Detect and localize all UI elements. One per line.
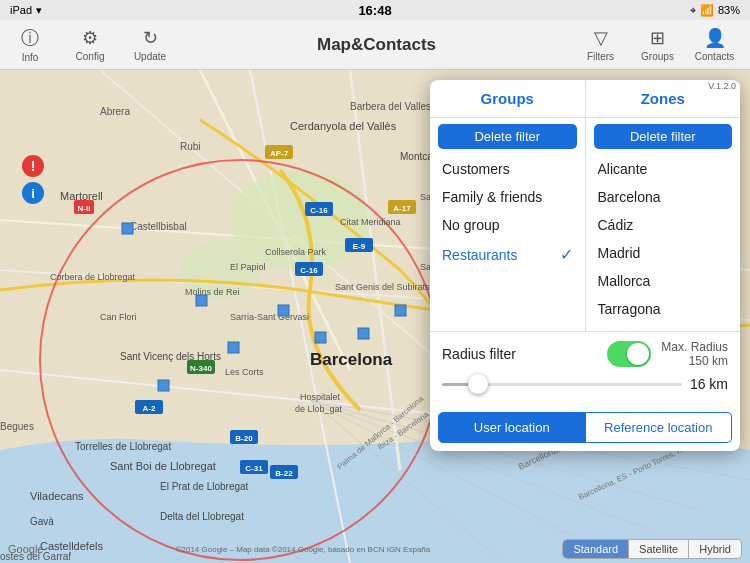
radius-value: 16 km xyxy=(690,376,728,392)
zone-item-mallorca[interactable]: Mallorca xyxy=(586,267,741,295)
contacts-label: Contacts xyxy=(695,51,734,62)
svg-rect-79 xyxy=(122,223,133,234)
group-item-restaurants[interactable]: Restaurants ✓ xyxy=(430,239,585,270)
filter-popup: Groups Zones Delete filter Customers Fam… xyxy=(430,80,740,451)
zone-item-tarragona[interactable]: Tarragona xyxy=(586,295,741,323)
svg-text:Abrera: Abrera xyxy=(100,106,130,117)
svg-text:B-22: B-22 xyxy=(275,469,293,478)
svg-text:Les Corts: Les Corts xyxy=(225,367,264,377)
info-button[interactable]: ⓘ Info xyxy=(0,20,60,70)
svg-text:C-16: C-16 xyxy=(300,266,318,275)
svg-text:N-340: N-340 xyxy=(190,364,212,373)
config-button[interactable]: ⚙ Config xyxy=(60,20,120,70)
alert-marker[interactable]: ! xyxy=(22,155,44,177)
filters-button[interactable]: ▽ Filters xyxy=(573,20,628,70)
zones-column: Delete filter Alicante Barcelona Cádiz M… xyxy=(586,118,741,331)
radius-toggle[interactable] xyxy=(607,341,651,367)
info-icon: ⓘ xyxy=(21,26,39,50)
bluetooth-icon: ⌖ xyxy=(690,4,696,17)
svg-text:Hospitalet: Hospitalet xyxy=(300,392,341,402)
radius-filter-label: Radius filter xyxy=(442,346,597,362)
svg-text:Can Flori: Can Flori xyxy=(100,312,137,322)
zone-item-cadiz[interactable]: Cádiz xyxy=(586,211,741,239)
max-radius-label: Max. Radius xyxy=(661,340,728,354)
groups-icon: ⊞ xyxy=(650,27,665,49)
selected-checkmark: ✓ xyxy=(560,245,573,264)
svg-text:Sant Boi de Llobregat: Sant Boi de Llobregat xyxy=(110,460,216,472)
svg-text:Cerdanyola del Vallès: Cerdanyola del Vallès xyxy=(290,120,397,132)
zone-item-madrid[interactable]: Madrid xyxy=(586,239,741,267)
group-item-nogroup[interactable]: No group xyxy=(430,211,585,239)
update-button[interactable]: ↻ Update xyxy=(120,20,180,70)
svg-rect-85 xyxy=(358,328,369,339)
svg-rect-81 xyxy=(158,380,169,391)
info-label: Info xyxy=(22,52,39,63)
time-label: 16:48 xyxy=(358,3,391,18)
google-logo: Google xyxy=(8,543,43,555)
reference-location-button[interactable]: Reference location xyxy=(586,412,733,443)
popup-tabs: Groups Zones xyxy=(430,80,740,118)
zone-item-alicante[interactable]: Alicante xyxy=(586,155,741,183)
svg-text:Viladecans: Viladecans xyxy=(30,490,84,502)
radius-slider[interactable] xyxy=(442,374,682,394)
svg-rect-83 xyxy=(278,305,289,316)
svg-rect-84 xyxy=(315,332,326,343)
wifi-signal-icon: 📶 xyxy=(700,4,714,17)
tab-groups[interactable]: Groups xyxy=(430,80,585,117)
group-item-customers[interactable]: Customers xyxy=(430,155,585,183)
update-label: Update xyxy=(134,51,166,62)
wifi-icon: ▾ xyxy=(36,4,42,17)
svg-text:Begues: Begues xyxy=(0,421,34,432)
popup-content: Delete filter Customers Family & friends… xyxy=(430,118,740,331)
standard-btn[interactable]: Standard xyxy=(563,540,629,558)
svg-text:E-9: E-9 xyxy=(353,242,366,251)
svg-text:Sant Genis del Subirats: Sant Genis del Subirats xyxy=(335,282,430,292)
svg-text:C-31: C-31 xyxy=(245,464,263,473)
svg-rect-80 xyxy=(196,295,207,306)
config-label: Config xyxy=(76,51,105,62)
satellite-btn[interactable]: Satellite xyxy=(629,540,689,558)
map-type-selector: Standard Satellite Hybrid xyxy=(562,539,742,559)
battery-label: 83% xyxy=(718,4,740,16)
hybrid-btn[interactable]: Hybrid xyxy=(689,540,741,558)
svg-text:Corbera de Llobregat: Corbera de Llobregat xyxy=(50,272,136,282)
svg-text:Barcelona: Barcelona xyxy=(310,350,393,369)
groups-button[interactable]: ⊞ Groups xyxy=(630,20,685,70)
svg-text:N-II: N-II xyxy=(78,204,91,213)
svg-text:Citat Meridiana: Citat Meridiana xyxy=(340,217,401,227)
user-location-button[interactable]: User location xyxy=(438,412,586,443)
version-badge: V.1.2.0 xyxy=(704,80,740,92)
svg-text:B-20: B-20 xyxy=(235,434,253,443)
svg-text:Rubi: Rubi xyxy=(180,141,201,152)
svg-text:Gavà: Gavà xyxy=(30,516,54,527)
config-icon: ⚙ xyxy=(82,27,98,49)
svg-text:Molins de Rei: Molins de Rei xyxy=(185,287,240,297)
contacts-button[interactable]: 👤 Contacts xyxy=(687,20,742,70)
svg-rect-82 xyxy=(228,342,239,353)
delete-filter-zones-button[interactable]: Delete filter xyxy=(594,124,733,149)
map-bottom-bar: Google ©2014 Google – Map data ©2014 Goo… xyxy=(0,535,750,563)
carrier-label: iPad xyxy=(10,4,32,16)
svg-text:El Prat de Llobregat: El Prat de Llobregat xyxy=(160,481,249,492)
groups-label: Groups xyxy=(641,51,674,62)
svg-text:C-16: C-16 xyxy=(310,206,328,215)
svg-text:Collserola Park: Collserola Park xyxy=(265,247,327,257)
svg-text:Barbera del Valles: Barbera del Valles xyxy=(350,101,431,112)
contacts-icon: 👤 xyxy=(704,27,726,49)
update-icon: ↻ xyxy=(143,27,158,49)
status-bar: iPad ▾ 16:48 ⌖ 📶 83% xyxy=(0,0,750,20)
svg-text:Torrelles de Llobregat: Torrelles de Llobregat xyxy=(75,441,171,452)
toolbar: ⓘ Info ⚙ Config ↻ Update Map&Contacts ▽ … xyxy=(0,20,750,70)
location-buttons: User location Reference location xyxy=(430,408,740,451)
copyright-text: ©2014 Google – Map data ©2014 Google, ba… xyxy=(176,545,431,554)
info-marker[interactable]: i xyxy=(22,182,44,204)
svg-text:A-17: A-17 xyxy=(393,204,411,213)
delete-filter-groups-button[interactable]: Delete filter xyxy=(438,124,577,149)
zone-item-barcelona[interactable]: Barcelona xyxy=(586,183,741,211)
slider-thumb[interactable] xyxy=(468,374,488,394)
svg-text:Castellbisbal: Castellbisbal xyxy=(130,221,187,232)
svg-text:AP-7: AP-7 xyxy=(270,149,289,158)
group-item-family[interactable]: Family & friends xyxy=(430,183,585,211)
svg-text:El Papiol: El Papiol xyxy=(230,262,266,272)
svg-text:Delta del Llobregat: Delta del Llobregat xyxy=(160,511,244,522)
